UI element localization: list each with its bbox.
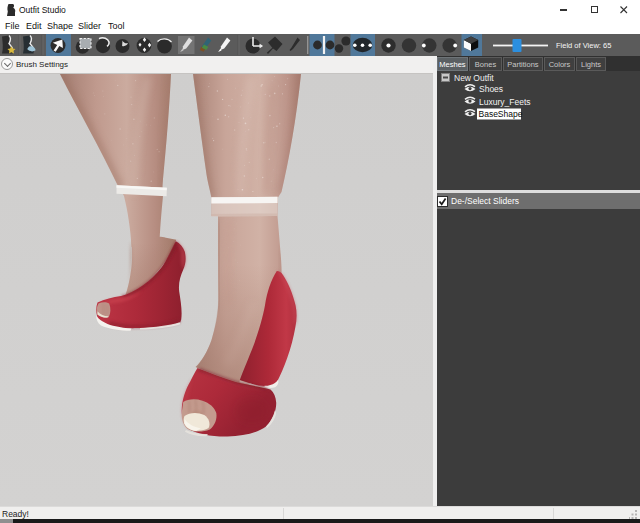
- svg-text:Luxury_Feets: Luxury_Feets: [479, 97, 531, 107]
- svg-text:Shoes: Shoes: [479, 84, 503, 94]
- svg-text:BaseShape: BaseShape: [479, 109, 523, 119]
- svg-text:New Outfit: New Outfit: [454, 73, 494, 83]
